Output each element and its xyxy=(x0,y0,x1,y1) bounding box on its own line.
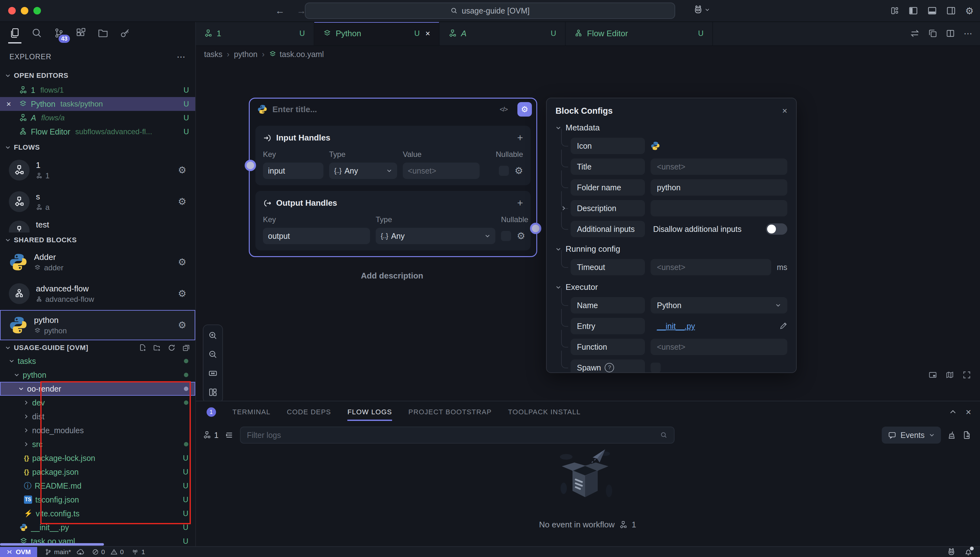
handle-type-select[interactable]: {..}Any xyxy=(376,228,496,244)
shared-block-item-selected[interactable]: python python ⚙ xyxy=(0,310,195,340)
toggle-primary-sidebar-icon[interactable] xyxy=(908,6,918,15)
toggle-secondary-sidebar-icon[interactable] xyxy=(946,6,956,15)
panel-tab-code-deps[interactable]: CODE DEPS xyxy=(287,401,331,423)
tree-file-readme[interactable]: ⓘ README.md U xyxy=(0,479,195,493)
collapse-all-icon[interactable] xyxy=(182,344,190,352)
node-title-input[interactable]: Enter title... xyxy=(272,104,317,114)
ports-indicator[interactable]: 1 xyxy=(131,548,145,556)
python-logo-icon[interactable] xyxy=(651,141,660,151)
code-icon[interactable]: </> xyxy=(500,106,507,113)
flow-list-item[interactable]: 1 1 ⚙ xyxy=(0,155,195,185)
close-window-button[interactable] xyxy=(8,7,16,15)
flow-reference[interactable]: 1 xyxy=(203,431,219,440)
breadcrumb-item[interactable]: python xyxy=(234,50,258,59)
entry-link[interactable]: __init__.py xyxy=(651,318,774,334)
shared-block-item[interactable]: advanced-flow advanced-flow ⚙ xyxy=(0,278,195,309)
function-input[interactable]: <unset> xyxy=(651,339,787,355)
executor-name-select[interactable]: Python xyxy=(651,297,787,313)
timeout-input[interactable]: <unset> xyxy=(651,259,771,275)
filter-logs-input[interactable]: Filter logs xyxy=(240,427,674,444)
gear-icon[interactable]: ⚙ xyxy=(515,166,523,176)
flow-list-item[interactable]: s a ⚙ xyxy=(0,187,195,217)
notifications-bell-icon[interactable] xyxy=(964,548,972,556)
close-panel-icon[interactable]: × xyxy=(965,407,971,417)
gear-icon[interactable]: ⚙ xyxy=(178,289,187,298)
new-folder-icon[interactable] xyxy=(153,344,161,352)
source-control-view-icon[interactable]: 43 xyxy=(54,28,64,38)
tree-folder-src[interactable]: src xyxy=(0,437,195,451)
panel-tab-project-bootstrap[interactable]: PROJECT BOOTSTRAP xyxy=(408,401,492,423)
shared-block-item[interactable]: Adder adder ⚙ xyxy=(0,247,195,277)
tree-folder-tasks[interactable]: tasks xyxy=(0,354,195,368)
close-icon[interactable]: × xyxy=(426,29,430,38)
maximize-panel-icon[interactable] xyxy=(949,408,957,416)
folder-name-input[interactable]: python xyxy=(651,179,787,195)
events-dropdown[interactable]: Events xyxy=(882,427,941,444)
fit-view-icon[interactable] xyxy=(208,369,218,378)
settings-gear-icon[interactable]: ⚙ xyxy=(965,5,974,16)
tab-flow-editor[interactable]: Flow Editor U xyxy=(566,21,713,46)
handle-key-input[interactable]: output xyxy=(263,228,370,244)
add-handle-icon[interactable]: + xyxy=(517,197,523,209)
tree-folder-oo-render[interactable]: oo-render xyxy=(0,382,195,396)
panel-tab-terminal[interactable]: TERMINAL xyxy=(232,401,270,423)
horizontal-scrollbar[interactable] xyxy=(0,543,104,546)
open-editor-item[interactable]: 1 flows/1 U xyxy=(0,83,195,97)
robot-icon[interactable] xyxy=(947,548,956,556)
open-editors-section-header[interactable]: OPEN EDITORS xyxy=(0,69,195,82)
tree-folder-node-modules[interactable]: node_modules xyxy=(0,423,195,437)
zoom-out-icon[interactable] xyxy=(208,350,218,359)
split-editor-icon[interactable] xyxy=(946,29,955,38)
tree-folder-dist[interactable]: dist xyxy=(0,410,195,423)
search-view-icon[interactable] xyxy=(31,28,42,38)
node-settings-button[interactable]: ⚙ xyxy=(517,102,532,117)
tree-file-package-lock[interactable]: {} package-lock.json U xyxy=(0,451,195,465)
gear-icon[interactable]: ⚙ xyxy=(178,165,187,175)
explorer-more-actions-icon[interactable]: ⋯ xyxy=(177,52,186,62)
tree-file-tsconfig[interactable]: TS tsconfig.json U xyxy=(0,493,195,507)
panel-tab-ports[interactable]: 1 xyxy=(203,401,216,423)
spawn-checkbox[interactable] xyxy=(651,363,661,373)
handle-type-select[interactable]: {..}Any xyxy=(329,163,397,179)
gear-icon[interactable]: ⚙ xyxy=(178,257,187,267)
assistant-menu[interactable] xyxy=(694,5,710,15)
map-icon[interactable] xyxy=(945,370,954,379)
gear-icon[interactable]: ⚙ xyxy=(178,321,187,330)
panel-tab-toolpack-install[interactable]: TOOLPACK INSTALL xyxy=(508,401,581,423)
more-actions-icon[interactable]: ⋯ xyxy=(964,28,972,39)
open-editor-item[interactable]: Flow Editor subflows/advanced-fl... U xyxy=(0,125,195,138)
flow-list-item[interactable]: test xyxy=(0,217,195,233)
add-description-button[interactable]: Add description xyxy=(249,271,535,281)
breadcrumb-item-file[interactable]: task.oo.yaml xyxy=(269,50,324,59)
explorer-view-icon[interactable] xyxy=(10,28,20,38)
running-config-section-header[interactable]: Running config xyxy=(556,244,787,254)
clear-logs-broom-icon[interactable] xyxy=(947,431,956,440)
tab-python-active[interactable]: Python U × xyxy=(314,21,440,46)
refresh-icon[interactable] xyxy=(167,344,176,352)
workspace-section-header[interactable]: USAGE-GUIDE [OVM] xyxy=(0,342,195,354)
disallow-additional-inputs-toggle[interactable] xyxy=(766,223,787,235)
tree-folder-dev[interactable]: dev xyxy=(0,396,195,410)
remote-indicator[interactable]: OVM xyxy=(0,547,37,557)
panel-tab-flow-logs[interactable]: FLOW LOGS xyxy=(347,401,392,423)
handle-key-input[interactable]: input xyxy=(263,163,323,179)
tree-file-init-py[interactable]: __init__.py U xyxy=(0,520,195,534)
title-input[interactable]: <unset> xyxy=(651,158,787,175)
executor-section-header[interactable]: Executor xyxy=(556,282,787,292)
nullable-checkbox[interactable] xyxy=(499,166,509,176)
flow-canvas[interactable]: Enter title... </> ⚙ Input Handles + Key… xyxy=(195,63,980,401)
new-file-icon[interactable] xyxy=(138,344,147,352)
minimap-icon[interactable] xyxy=(928,370,937,379)
add-handle-icon[interactable]: + xyxy=(517,132,523,144)
close-icon[interactable]: × xyxy=(6,99,15,109)
tab-flow-a[interactable]: A U xyxy=(440,21,566,46)
zoom-in-icon[interactable] xyxy=(208,331,218,340)
duplicate-editor-icon[interactable] xyxy=(928,29,937,38)
command-center-search[interactable]: usage-guide [OVM] xyxy=(305,3,675,19)
minimize-window-button[interactable] xyxy=(21,7,28,15)
branch-indicator[interactable]: main* xyxy=(45,548,85,556)
gear-icon[interactable]: ⚙ xyxy=(178,197,187,206)
problems-indicator[interactable]: 0 0 xyxy=(92,548,124,556)
edit-pencil-icon[interactable] xyxy=(779,322,787,330)
back-icon[interactable]: ← xyxy=(275,5,285,16)
